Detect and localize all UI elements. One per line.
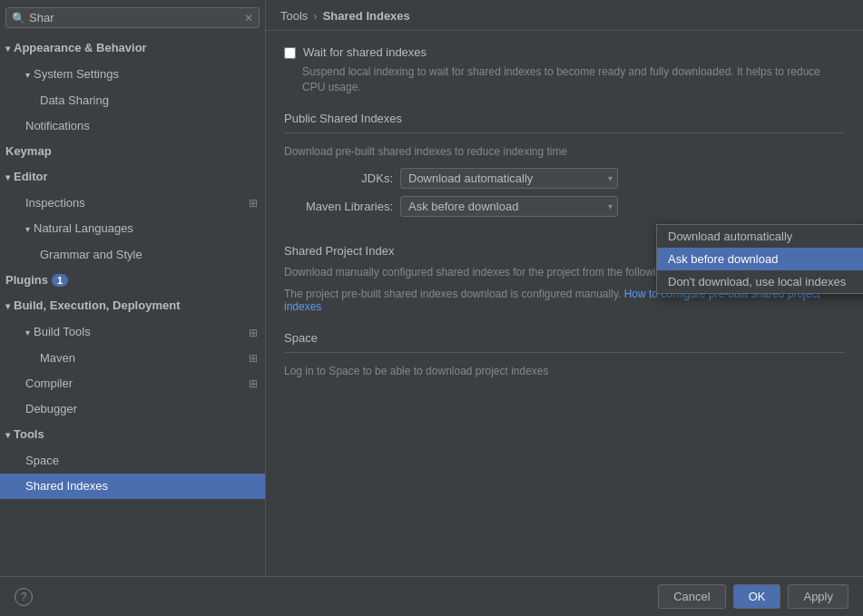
search-icon: 🔍 (12, 12, 25, 24)
cancel-button[interactable]: Cancel (658, 584, 725, 609)
apply-button[interactable]: Apply (788, 584, 848, 609)
plugins-badge: 1 (52, 274, 68, 287)
collapse-arrow: ▾ (5, 430, 10, 440)
settings-dialog: 🔍 ✕ ▾Appearance & Behavior ▾System Setti… (0, 0, 863, 616)
nav-section: ▾Appearance & Behavior ▾System Settings … (0, 35, 265, 499)
sidebar-item-grammar-style[interactable]: Grammar and Style (0, 242, 265, 268)
compiler-settings-icon: ⊞ (249, 374, 258, 394)
collapse-arrow: ▾ (25, 70, 30, 80)
dropdown-item-ask[interactable]: Ask before download (657, 248, 863, 270)
maven-select-wrapper: Download automatically Ask before downlo… (400, 196, 618, 217)
sidebar-item-debugger[interactable]: Debugger (0, 396, 265, 422)
space-title: Space (284, 331, 845, 345)
footer-left: ? (15, 588, 33, 606)
collapse-arrow: ▾ (25, 224, 30, 234)
footer-buttons: Cancel OK Apply (658, 584, 848, 609)
sidebar-item-natural-languages[interactable]: ▾Natural Languages (0, 216, 265, 242)
wait-for-indexes-description: Suspend local indexing to wait for share… (302, 64, 845, 95)
public-indexes-title: Public Shared Indexes (284, 112, 845, 125)
dialog-body: 🔍 ✕ ▾Appearance & Behavior ▾System Setti… (0, 0, 863, 576)
breadcrumb-parent: Tools (280, 9, 308, 23)
search-input[interactable] (29, 11, 244, 24)
sidebar-item-notifications[interactable]: Notifications (0, 113, 265, 139)
sidebar-item-tools[interactable]: ▾Tools (0, 422, 265, 448)
dropdown-item-dont[interactable]: Don't download, use local indexes (657, 270, 863, 293)
collapse-arrow: ▾ (5, 301, 10, 311)
wait-for-indexes-section: Wait for shared indexes Suspend local in… (284, 45, 845, 95)
sidebar-item-shared-indexes[interactable]: Shared Indexes (0, 474, 265, 499)
wait-for-indexes-label: Wait for shared indexes (303, 45, 427, 59)
footer: ? Cancel OK Apply (0, 576, 863, 616)
settings-icon: ⊞ (249, 193, 258, 213)
sidebar-item-space[interactable]: Space (0, 448, 265, 474)
build-tools-settings-icon: ⊞ (249, 323, 258, 343)
sidebar-item-inspections[interactable]: Inspections ⊞ (0, 191, 265, 216)
help-button[interactable]: ? (15, 588, 33, 606)
wait-for-indexes-row: Wait for shared indexes (284, 45, 845, 59)
maven-label: Maven Libraries: (284, 200, 393, 213)
clear-icon[interactable]: ✕ (244, 12, 253, 24)
sidebar-item-maven[interactable]: Maven ⊞ (0, 346, 265, 371)
collapse-arrow: ▾ (5, 44, 10, 54)
maven-settings-icon: ⊞ (249, 348, 258, 368)
dropdown-item-auto[interactable]: Download automatically (657, 225, 863, 248)
sidebar-item-plugins[interactable]: Plugins1 (0, 268, 265, 293)
ok-button[interactable]: OK (733, 584, 781, 609)
search-box[interactable]: 🔍 ✕ (5, 7, 260, 28)
breadcrumb-separator: › (313, 9, 317, 23)
maven-dropdown-open: Download automatically Ask before downlo… (656, 224, 863, 294)
sidebar-item-editor[interactable]: ▾Editor (0, 164, 265, 191)
sidebar-item-data-sharing[interactable]: Data Sharing (0, 88, 265, 113)
download-description: Download pre-built shared indexes to red… (284, 144, 845, 160)
maven-select[interactable]: Download automatically Ask before downlo… (400, 196, 618, 217)
sidebar: 🔍 ✕ ▾Appearance & Behavior ▾System Setti… (0, 0, 266, 576)
collapse-arrow: ▾ (5, 172, 10, 182)
sidebar-item-build-tools[interactable]: ▾Build Tools ⊞ (0, 319, 265, 346)
help-icon-symbol: ? (21, 591, 27, 603)
project-info-text: The project pre-built shared indexes dow… (284, 288, 621, 300)
divider (284, 132, 845, 133)
jdk-select[interactable]: Download automatically Ask before downlo… (400, 168, 618, 189)
collapse-arrow: ▾ (25, 328, 30, 337)
sidebar-item-appearance-behavior[interactable]: ▾Appearance & Behavior (0, 35, 265, 62)
jdk-select-wrapper: Download automatically Ask before downlo… (400, 168, 618, 189)
breadcrumb-current: Shared Indexes (323, 9, 410, 23)
breadcrumb: Tools › Shared Indexes (266, 0, 863, 31)
public-indexes-section: Public Shared Indexes Download pre-built… (284, 112, 845, 218)
space-section: Space Log in to Space to be able to down… (284, 331, 845, 379)
jdk-label: JDKs: (284, 171, 393, 185)
sidebar-item-build-execution[interactable]: ▾Build, Execution, Deployment (0, 293, 265, 319)
sidebar-item-compiler[interactable]: Compiler ⊞ (0, 371, 265, 396)
maven-libraries-row: Maven Libraries: Download automatically … (284, 196, 845, 217)
sidebar-item-keymap[interactable]: Keymap (0, 139, 265, 164)
space-description: Log in to Space to be able to download p… (284, 364, 845, 379)
wait-for-indexes-checkbox[interactable] (284, 47, 296, 59)
content-body: Wait for shared indexes Suspend local in… (266, 31, 863, 576)
content-panel: Tools › Shared Indexes Wait for shared i… (266, 0, 863, 576)
space-divider (284, 352, 845, 353)
jdk-row: JDKs: Download automatically Ask before … (284, 168, 845, 189)
sidebar-item-system-settings[interactable]: ▾System Settings (0, 62, 265, 88)
